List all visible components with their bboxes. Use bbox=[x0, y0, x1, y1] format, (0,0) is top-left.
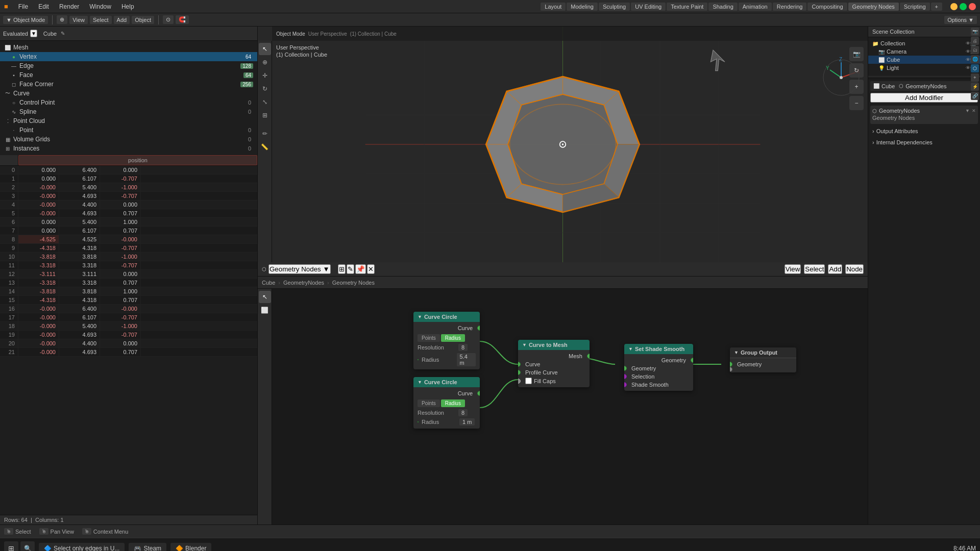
node-box-select[interactable]: ⬜ bbox=[259, 304, 271, 316]
select-menu[interactable]: Select bbox=[90, 16, 112, 24]
start-button[interactable]: ⊞ bbox=[4, 541, 18, 552]
taskbar-blender[interactable]: 🔶 Blender bbox=[170, 543, 211, 552]
node-curve-to-mesh[interactable]: ▼ Curve to Mesh Mesh Curve bbox=[518, 340, 590, 387]
add-menu[interactable]: Add bbox=[114, 16, 130, 24]
outline-edge[interactable]: — Edge 128 bbox=[0, 61, 257, 70]
node-node-btn[interactable]: Node bbox=[845, 264, 864, 274]
mode-tab-shading[interactable]: Shading bbox=[708, 3, 737, 11]
node-close-btn[interactable]: ✕ bbox=[367, 264, 375, 274]
node-set-shade-smooth[interactable]: ▼ Set Shade Smooth Geometry Geometry bbox=[624, 344, 693, 391]
outline-point[interactable]: · Point 0 bbox=[0, 126, 257, 135]
output-properties-icon[interactable]: 🖨 bbox=[971, 37, 979, 45]
outline-face[interactable]: ▪ Face 64 bbox=[0, 70, 257, 80]
node-select-btn[interactable]: Select bbox=[804, 264, 825, 274]
modifier-expand[interactable]: ▼ bbox=[965, 108, 970, 113]
outline-vertex[interactable]: ● Vertex 64 bbox=[0, 52, 257, 61]
mode-tab-sculpting[interactable]: Sculpting bbox=[599, 3, 630, 11]
minimize-button[interactable] bbox=[950, 3, 958, 10]
menu-render[interactable]: Render bbox=[57, 2, 81, 11]
outline-point-cloud[interactable]: ⁚ Point Cloud bbox=[0, 116, 257, 126]
annotate-tool[interactable]: ✏ bbox=[259, 128, 271, 140]
sc-item-cube[interactable]: ⬜ Cube 👁 📷 bbox=[868, 56, 980, 64]
node-edit-btn[interactable]: ✎ bbox=[347, 264, 354, 274]
outline-face-corner[interactable]: ◻ Face Corner 256 bbox=[0, 80, 257, 89]
object-mode-select[interactable]: ▼ Object Mode bbox=[3, 16, 48, 24]
breadcrumb-cube[interactable]: Cube bbox=[262, 280, 275, 286]
outline-curve[interactable]: 〜 Curve bbox=[0, 89, 257, 98]
constraints-icon[interactable]: 🔗 bbox=[971, 92, 979, 100]
modifier-properties-icon[interactable]: ⬡ bbox=[971, 64, 979, 72]
mode-tab-uv[interactable]: UV Editing bbox=[631, 3, 666, 11]
mode-tab-compositing[interactable]: Compositing bbox=[807, 3, 847, 11]
breadcrumb-geometry-nodes[interactable]: Geometry Nodes bbox=[332, 280, 375, 286]
render-properties-icon[interactable]: 📷 bbox=[971, 28, 979, 36]
node-pin-btn[interactable]: 📌 bbox=[355, 264, 366, 274]
evaluated-dropdown[interactable]: ▼ bbox=[30, 30, 37, 37]
node-select-tool[interactable]: ↖ bbox=[259, 291, 271, 303]
internal-dependencies-toggle[interactable]: › Internal Dependencies bbox=[870, 138, 978, 146]
global-transform[interactable]: ⊕ bbox=[57, 15, 67, 24]
output-socket-curve-1[interactable] bbox=[477, 325, 480, 331]
move-tool[interactable]: ✛ bbox=[259, 69, 271, 82]
outline-mesh[interactable]: ⬜ Mesh bbox=[0, 43, 257, 52]
mode-tab-layout[interactable]: Layout bbox=[541, 3, 566, 11]
radius-tab-1[interactable]: Radius bbox=[441, 334, 465, 342]
sc-item-light[interactable]: 💡 Light 👁 📷 bbox=[868, 64, 980, 72]
mode-tab-rendering[interactable]: Rendering bbox=[773, 3, 807, 11]
sc-item-collection[interactable]: 📁 Collection 👁 📷 bbox=[868, 39, 980, 47]
sc-item-camera[interactable]: 📷 Camera 👁 📷 bbox=[868, 47, 980, 56]
mode-tab-add[interactable]: + bbox=[931, 3, 942, 11]
mode-tab-animation[interactable]: Animation bbox=[739, 3, 772, 11]
mode-tab-texture[interactable]: Texture Paint bbox=[667, 3, 707, 11]
collapse-icon-4[interactable]: ▼ bbox=[628, 346, 633, 352]
output-attributes-toggle[interactable]: › Output Attributes bbox=[870, 127, 978, 135]
fill-caps-checkbox[interactable] bbox=[525, 378, 532, 384]
cursor-tool[interactable]: ⊕ bbox=[259, 56, 271, 68]
input-socket-geometry-go[interactable] bbox=[730, 362, 732, 367]
collapse-icon-2[interactable]: ▼ bbox=[418, 380, 422, 385]
points-tab-2[interactable]: Points bbox=[418, 399, 440, 407]
resolution-value-1[interactable]: 8 bbox=[458, 344, 468, 351]
zoom-in-button[interactable]: + bbox=[849, 80, 864, 94]
node-add-btn[interactable]: Add bbox=[828, 264, 842, 274]
taskbar-steam[interactable]: 🎮 Steam bbox=[129, 543, 166, 552]
input-socket-fill-caps[interactable] bbox=[518, 379, 521, 384]
measure-tool[interactable]: 📏 bbox=[259, 141, 271, 153]
points-tab-1[interactable]: Points bbox=[418, 334, 440, 342]
breadcrumb-geomnodes[interactable]: GeometryNodes bbox=[283, 280, 324, 286]
radius-value-2[interactable]: 1 m bbox=[459, 418, 475, 425]
search-button[interactable]: 🔍 bbox=[20, 541, 35, 552]
node-curve-circle-1[interactable]: ▼ Curve Circle Curve Points Radius bbox=[413, 312, 480, 369]
output-socket-curve-2[interactable] bbox=[477, 391, 480, 396]
maximize-button[interactable] bbox=[960, 3, 967, 10]
geometry-nodes-dropdown[interactable]: Geometry Nodes ▼ bbox=[268, 264, 331, 274]
mode-tab-modeling[interactable]: Modeling bbox=[567, 3, 598, 11]
snap[interactable]: 🧲 bbox=[176, 15, 189, 24]
outline-control-point[interactable]: ○ Control Point 0 bbox=[0, 98, 257, 107]
view-menu[interactable]: View bbox=[69, 16, 88, 24]
orbit-button[interactable]: ↻ bbox=[849, 63, 864, 78]
input-socket-selection[interactable] bbox=[624, 374, 627, 379]
menu-help[interactable]: Help bbox=[119, 2, 136, 11]
input-socket-geometry-sss[interactable] bbox=[624, 366, 627, 371]
outline-spline[interactable]: ∿ Spline 0 bbox=[0, 107, 257, 116]
close-button[interactable] bbox=[969, 3, 976, 10]
rotate-tool[interactable]: ↻ bbox=[259, 83, 271, 95]
outline-instances[interactable]: ⊞ Instances 0 bbox=[0, 144, 257, 153]
menu-file[interactable]: File bbox=[16, 2, 30, 11]
input-socket-shade-smooth[interactable] bbox=[624, 382, 627, 387]
object-menu[interactable]: Object bbox=[132, 16, 154, 24]
proportional-edit[interactable]: ⊙ bbox=[163, 15, 174, 24]
collapse-icon-3[interactable]: ▼ bbox=[522, 342, 527, 347]
camera-view-button[interactable]: 📷 bbox=[849, 47, 864, 61]
menu-window[interactable]: Window bbox=[87, 2, 113, 11]
mode-tab-scripting[interactable]: Scripting bbox=[900, 3, 930, 11]
input-socket-empty-go[interactable] bbox=[730, 367, 732, 372]
node-editor-canvas[interactable]: ↖ ⬜ ▼ Curve Circle bbox=[258, 289, 868, 524]
output-socket-geometry-sss[interactable] bbox=[691, 358, 693, 363]
node-view-btn[interactable]: ⊞ bbox=[338, 264, 346, 274]
input-socket-profile-curve[interactable] bbox=[518, 370, 521, 375]
output-socket-mesh[interactable] bbox=[587, 354, 590, 359]
physics-icon[interactable]: ⚡ bbox=[971, 83, 979, 91]
mode-tab-geometry[interactable]: Geometry Nodes bbox=[848, 3, 899, 11]
